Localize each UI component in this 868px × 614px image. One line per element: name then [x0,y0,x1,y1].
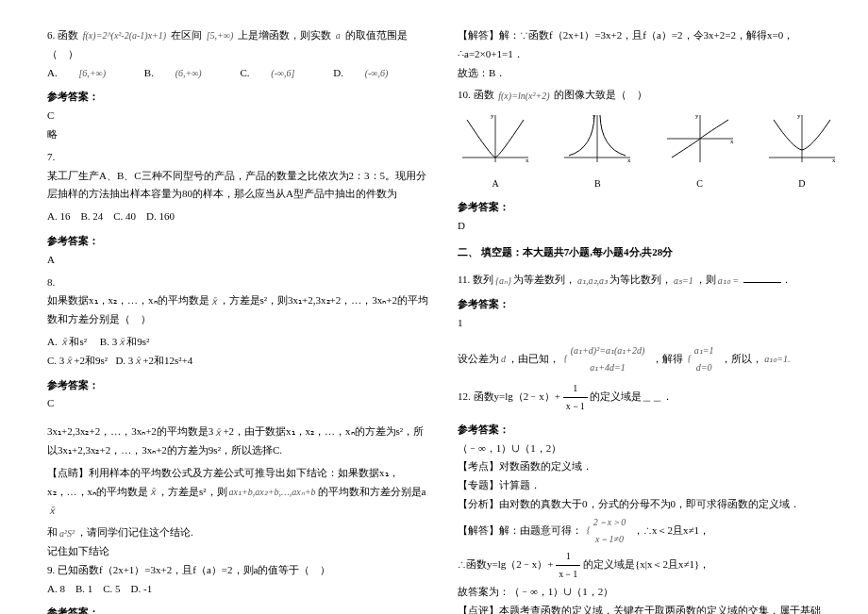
left-column: 6. 函数 f(x)=2^(x²-2(a-1)x+1) 在区间 [5,+∞) 上… [47,26,448,605]
right-column: 【解答】解：∵函数f（2x+1）=3x+2，且f（a）=2，令3x+2=2，解得… [448,26,849,605]
q12-analysis: 【分析】由对数的真数大于0，分式的分母不为0，即可求得函数的定义域． [458,495,840,514]
svg-text:x: x [832,157,836,164]
q8-point: 【点睛】利用样本的平均数公式及方差公式可推导出如下结论：如果数据x₁，x₂，…，… [47,464,429,520]
brace-system-3: {2－x＞0x－1≠0 [585,514,630,548]
q6-interval: [5,+∞) [205,27,236,44]
svg-text:y: y [797,112,801,120]
chart-a-icon: xy [458,110,533,167]
q12-l2: ∴函数y=lg（2﹣x）+ 1x－1 的定义域是{x|x＜2且x≠1}， [458,548,840,583]
q6-fx-expr: f(x)=2^(x²-2(a-1)x+1) [81,27,168,44]
q6-var-a: a [334,27,342,44]
question-6: 6. 函数 f(x)=2^(x²-2(a-1)x+1) 在区间 [5,+∞) 上… [47,26,429,64]
q6-opt-a: A. [6,+∞) [47,67,125,78]
q6-text-1: 6. 函数 [47,29,78,41]
q8-line1: 如果数据x₁，x₂，…，xₙ的平均数是x̄，方差是s²，则3x₁+2,3x₂+2… [47,291,429,329]
chart-option-d: xy D [764,110,840,192]
chart-c-icon: xy [662,110,738,167]
q11-answer-label: 参考答案： [458,295,840,314]
q12-comment: 【点评】本题考查函数的定义域，关键在于取两函数的定义域的交集，属于基础题． [458,602,840,614]
q9-l2: ∴a=2×0+1=1． [458,45,840,64]
question-12: 12. 函数y=lg（2﹣x）+ 1x－1 的定义域是＿＿． [458,380,840,415]
q9-options: A. 8 B. 1 C. 5 D. -1 [47,580,429,599]
q12-l3: 故答案为：（﹣∞，1）∪（1，2） [458,583,840,602]
chart-option-b: xy B [559,110,635,192]
fraction-2: 1x－1 [556,548,580,583]
svg-text:x: x [730,138,734,145]
q7-options: A. 16 B. 24 C. 40 D. 160 [47,207,429,226]
q8-opts-cd: C. 3x̄+2和9s² D. 3x̄+2和12s²+4 [47,352,429,371]
svg-text:y: y [695,112,699,120]
q12-answer: （﹣∞，1）∪（1，2） [458,440,840,458]
q7-answer: A [47,251,429,270]
q10-answer-label: 参考答案： [458,198,840,217]
q6-omit: 略 [47,125,429,144]
brace-system-1: {(a₁+d)²=a₁(a₁+2d)a₁+4d=1 [562,342,650,376]
q6-options: A. [6,+∞) B. (6,+∞) C. (-∞,6] D. (-∞,6) [47,64,429,83]
q7-answer-label: 参考答案： [47,232,429,251]
q6-opt-c: C. (-∞,6] [240,67,313,78]
question-11: 11. 数列{aₙ}为等差数列，a₁,a₂,a₃为等比数列，a₅=1，则a₁₀ … [458,271,840,290]
q10-answer: D [458,217,840,236]
q7-text: 某工厂生产A、B、C三种不同型号的产品，产品的数量之比依次为2：3：5。现用分层… [47,167,429,205]
q6-answer-label: 参考答案： [47,88,429,107]
q7-num: 7. [47,148,429,167]
chart-b-icon: xy [559,110,635,167]
svg-text:y: y [491,112,494,120]
q12-point: 【考点】对数函数的定义域． [458,457,840,476]
q6-opt-b: B. (6,+∞) [144,67,221,78]
q9-l3: 故选：B． [458,64,840,83]
q6-answer: C [47,107,429,125]
fraction-1: 1x－1 [563,380,588,415]
q11-explain: 设公差为d，由已知， {(a₁+d)²=a₁(a₁+2d)a₁+4d=1 ，解得… [458,342,840,376]
question-10: 10. 函数 f(x)=ln(x²+2) 的图像大致是（ ） [458,86,840,105]
chart-option-c: xy C [662,110,738,192]
q8-conclusion: 和a²S²，请同学们记住这个结论. [47,523,429,542]
q11-answer: 1 [458,314,840,333]
q8-num: 8. [47,274,429,292]
section-2-title: 二、 填空题：本大题共7小题,每小题4分,共28分 [458,243,840,262]
q9-answer-label: 参考答案： [47,604,429,614]
q8-answer: C [47,394,429,413]
q9-text: 9. 已知函数f（2x+1）=3x+2，且f（a）=2，则a的值等于（ ） [47,561,429,580]
svg-text:y: y [593,112,596,120]
q9-solve: 【解答】解：∵函数f（2x+1）=3x+2，且f（a）=2，令3x+2=2，解得… [458,26,840,45]
svg-text:x: x [627,157,631,164]
svg-text:x: x [526,157,529,164]
xbar-icon: x̄ [209,293,219,310]
q8-answer-label: 参考答案： [47,376,429,395]
blank-fill [743,272,781,283]
q8-opts-ab: A. x̄和s² B. 3x̄和9s² [47,333,429,352]
q6-text-2: 在区间 [171,29,202,41]
chart-option-a: xy A [458,110,533,192]
chart-d-icon: xy [764,110,840,167]
q12-solve: 【解答】解：由题意可得： {2－x＞0x－1≠0 ，∴x＜2且x≠1， [458,514,840,548]
brace-system-2: {a₁=1d=0 [686,342,719,376]
q12-answer-label: 参考答案： [458,421,840,440]
q10-fx-expr: f(x)=ln(x²+2) [496,88,551,105]
q12-topic: 【专题】计算题． [458,476,840,495]
q10-charts: xy A xy B xy C [458,110,840,192]
q6-text-3: 上是增函数，则实数 [238,29,331,41]
q8-explain: 3x₁+2,3x₂+2，…，3xₙ+2的平均数是3x̄+2，由于数据x₁，x₂，… [47,423,429,460]
q8-remember: 记住如下结论 [47,542,429,561]
q6-opt-d: D. (-∞,6) [333,67,407,78]
